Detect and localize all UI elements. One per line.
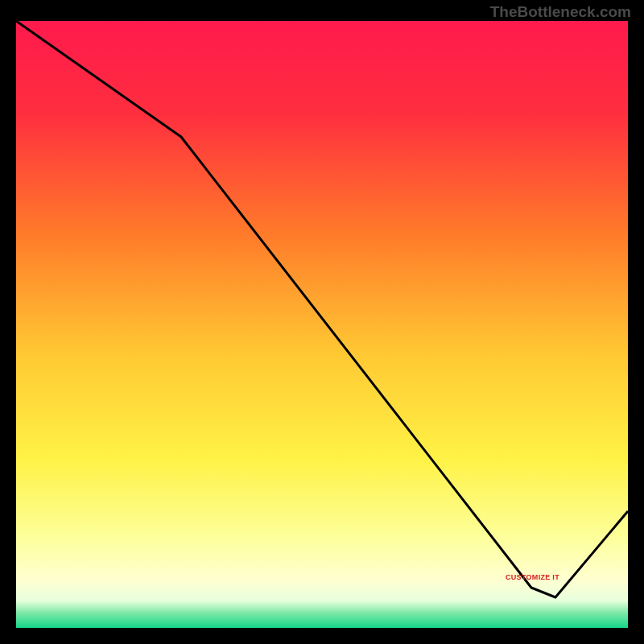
attribution-label: TheBottleneck.com <box>490 3 631 21</box>
customize-annotation: CUSTOMIZE IT <box>506 573 559 581</box>
chart-plot-area <box>16 21 628 628</box>
chart-canvas <box>0 0 644 644</box>
